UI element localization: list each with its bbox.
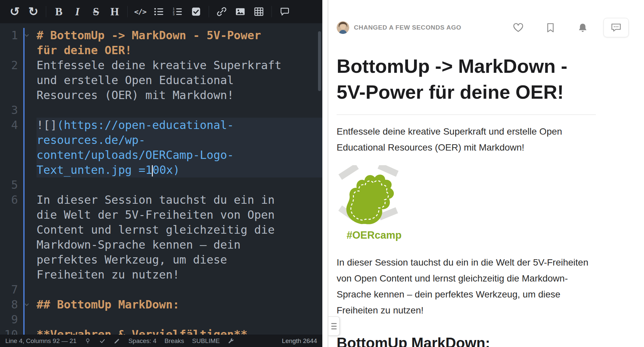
editor-row[interactable]: resources.de/wp- — [0, 133, 322, 148]
line-number — [0, 43, 21, 58]
code-text — [37, 312, 322, 327]
italic-button[interactable]: I — [68, 2, 87, 21]
bookmark-button[interactable] — [545, 22, 556, 33]
comment-icon — [279, 7, 289, 17]
line-number: 10 — [0, 327, 21, 335]
code-text — [37, 282, 322, 297]
breaks-setting[interactable]: Breaks — [164, 337, 184, 345]
lightbulb-icon[interactable] — [84, 338, 91, 344]
last-changed-label: CHANGED A FEW SECONDS AGO — [354, 24, 461, 31]
toolbar-separator — [209, 6, 209, 17]
editor-row[interactable]: Markdown-Sprache kennen – dein — [0, 237, 322, 252]
avatar[interactable] — [337, 21, 349, 34]
notifications-button[interactable] — [577, 22, 588, 33]
editor-row[interactable]: Resources (OER) mit Markdown! — [0, 88, 322, 103]
bold-icon: B — [55, 6, 62, 18]
comment-button[interactable] — [275, 2, 294, 21]
checklist-button[interactable] — [187, 2, 205, 21]
line-number: 1 — [0, 28, 21, 43]
editor-row[interactable]: 4![](https://open-educational- — [0, 118, 322, 133]
code-text: Content und lernst gleichzeitig die — [37, 222, 322, 237]
editor-row[interactable]: 1# BottomUp -> MarkDown - 5V-Power — [0, 28, 322, 43]
image-button[interactable] — [231, 2, 250, 21]
brush-icon[interactable] — [114, 338, 120, 344]
editor-row[interactable]: und erstelle Open Educational — [0, 73, 322, 88]
spaces-setting[interactable]: Spaces: 4 — [128, 337, 157, 345]
strikethrough-button[interactable]: S — [87, 2, 105, 21]
editor-row[interactable]: 10**Verwahren & Vervielfältigen** — [0, 327, 322, 335]
line-number: 2 — [0, 58, 21, 73]
editor-pane: ↺ ↻ B I S H </> 123 — [0, 0, 322, 347]
editor-row[interactable]: 5 — [0, 177, 322, 192]
image-icon — [235, 7, 245, 17]
heading-button[interactable]: H — [105, 2, 124, 21]
line-number: 5 — [0, 177, 21, 192]
link-button[interactable] — [212, 2, 231, 21]
toolbar-separator — [271, 6, 272, 17]
code-text: resources.de/wp- — [37, 133, 322, 148]
table-button[interactable] — [250, 2, 268, 21]
logo-caption: #OERcamp — [347, 229, 596, 241]
editor-toolbar: ↺ ↻ B I S H </> 123 — [0, 0, 322, 23]
link-icon — [217, 7, 227, 17]
pane-gap — [322, 0, 328, 347]
editor-row[interactable]: 6In dieser Session tauchst du ein in — [0, 192, 322, 207]
strikethrough-icon: S — [93, 6, 99, 18]
editor-row[interactable]: 3 — [0, 103, 322, 118]
redo-icon: ↻ — [28, 5, 38, 19]
editor-row[interactable]: Content und lernst gleichzeitig die — [0, 222, 322, 237]
code-text: **Verwahren & Vervielfältigen** — [37, 327, 322, 335]
editor-lines: 1# BottomUp -> MarkDown - 5V-Powerfür de… — [0, 23, 322, 335]
editor-row[interactable]: 2Entfessele deine kreative Superkraft — [0, 58, 322, 73]
editor-row[interactable]: content/uploads/OERCamp-Logo- — [0, 148, 322, 163]
keymap-setting[interactable]: SUBLIME — [192, 337, 220, 345]
favorite-button[interactable] — [513, 22, 524, 33]
code-text — [37, 103, 322, 118]
undo-button[interactable]: ↺ — [5, 2, 24, 21]
handle-line — [331, 323, 337, 324]
markdown-editor[interactable]: 1# BottomUp -> MarkDown - 5V-Powerfür de… — [0, 23, 322, 335]
line-number — [0, 73, 21, 88]
code-text: und erstelle Open Educational — [37, 73, 322, 88]
editor-row[interactable]: 9 — [0, 312, 322, 327]
editor-row[interactable]: Text_unten.jpg =100x) — [0, 163, 322, 177]
code-text: Markdown-Sprache kennen – dein — [37, 237, 322, 252]
cursor-position: Line 4, Columns 92 — 21 — [5, 337, 76, 345]
resize-handle[interactable] — [328, 316, 340, 336]
wrench-icon[interactable] — [228, 338, 234, 344]
editor-row[interactable]: für deine OER! — [0, 43, 322, 58]
editor-row[interactable]: perfektes Werkzeug, um diese — [0, 252, 322, 267]
line-number: 8 — [0, 297, 21, 312]
preview-header: CHANGED A FEW SECONDS AGO — [337, 18, 629, 37]
chat-bubble-icon — [610, 22, 622, 33]
preview-pane[interactable]: CHANGED A FEW SECONDS AGO BottomUp -> Ma… — [328, 0, 644, 347]
code-button[interactable]: </> — [131, 2, 150, 21]
document-title: BottomUp -> MarkDown - 5V-Power für dein… — [337, 53, 596, 115]
line-number — [0, 207, 21, 222]
line-number: 7 — [0, 282, 21, 297]
redo-button[interactable]: ↻ — [24, 2, 43, 21]
editor-row[interactable]: 8## BottomUp MarkDown: — [0, 297, 322, 312]
toolbar-separator — [127, 6, 128, 17]
line-number — [0, 222, 21, 237]
bullet-list-icon — [154, 7, 164, 17]
line-number — [0, 163, 21, 177]
code-text: Entfessele deine kreative Superkraft — [37, 58, 322, 73]
editor-row[interactable]: Freiheiten zu nutzen! — [0, 267, 322, 282]
editor-row[interactable]: 7 — [0, 282, 322, 297]
code-text: Freiheiten zu nutzen! — [37, 267, 322, 282]
bullet-list-button[interactable] — [150, 2, 168, 21]
numbered-list-button[interactable]: 123 — [168, 2, 187, 21]
bold-button[interactable]: B — [50, 2, 68, 21]
italic-icon: I — [75, 6, 80, 18]
editor-row[interactable]: die Welt der 5V-Freiheiten von Open — [0, 207, 322, 222]
checklist-icon — [191, 7, 201, 17]
line-number: 3 — [0, 103, 21, 118]
preview-actions — [513, 22, 588, 33]
check-icon[interactable] — [99, 338, 106, 344]
section-heading: BottomUp MarkDown: — [337, 334, 596, 347]
heading-icon: H — [110, 6, 119, 18]
editor-scrollbar[interactable] — [318, 31, 321, 91]
code-text: Text_unten.jpg =100x) — [37, 163, 322, 177]
open-comments-button[interactable] — [603, 18, 629, 37]
